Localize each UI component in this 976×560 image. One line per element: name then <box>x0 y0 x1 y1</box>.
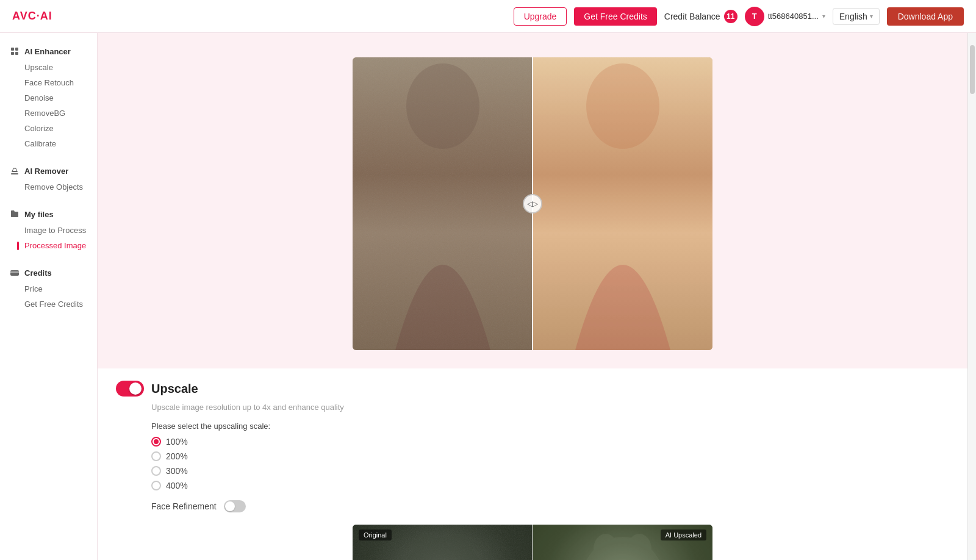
cat-badge-original: Original <box>359 529 392 540</box>
sidebar-item-price[interactable]: Price <box>0 281 97 296</box>
sidebar-item-processed-image[interactable]: Processed Image <box>0 238 97 253</box>
scale-300-label: 300% <box>166 466 188 476</box>
upscale-toggle[interactable] <box>116 381 144 397</box>
upgrade-button[interactable]: Upgrade <box>514 7 567 26</box>
original-panel <box>353 57 533 350</box>
svg-rect-3 <box>15 52 18 55</box>
processed-panel <box>533 57 712 350</box>
logo: AVC·AI <box>12 10 52 23</box>
upscale-description: Upscale image resolution up to 4x and en… <box>151 403 949 412</box>
sidebar-item-remove-objects[interactable]: Remove Objects <box>0 179 97 195</box>
comparison-section-1: ◁▷ <box>98 33 967 368</box>
credits-label: Credits <box>24 268 52 278</box>
ai-enhancer-label: AI Enhancer <box>24 47 71 56</box>
scale-option-100[interactable]: 100% <box>151 437 949 447</box>
avatar: T <box>745 7 764 26</box>
chevron-down-icon: ▾ <box>822 13 825 20</box>
radio-100-circle <box>151 437 161 447</box>
radio-200-circle <box>151 451 161 461</box>
face-refinement-row: Face Refinement <box>151 500 949 512</box>
face-refinement-label: Face Refinement <box>151 501 217 511</box>
sidebar-item-image-to-process[interactable]: Image to Process <box>0 223 97 238</box>
sidebar-item-upscale[interactable]: Upscale <box>0 60 97 75</box>
radio-400-circle <box>151 481 161 490</box>
get-free-credits-button[interactable]: Get Free Credits <box>574 7 656 26</box>
person-silhouette-left <box>353 57 533 350</box>
sidebar-item-colorize[interactable]: Colorize <box>0 121 97 136</box>
upscale-title: Upscale <box>151 382 198 396</box>
sidebar-item-removebg[interactable]: RemoveBG <box>0 106 97 121</box>
radio-100-dot <box>154 439 159 444</box>
face-refinement-thumb <box>225 501 235 511</box>
toggle-thumb <box>129 382 142 395</box>
sidebar-section-ai-enhancer: AI Enhancer Upscale Face Retouch Denoise… <box>0 43 97 151</box>
credit-balance-label: Credit Balance <box>664 12 720 21</box>
sidebar-section-title-ai-enhancer[interactable]: AI Enhancer <box>0 43 97 60</box>
credit-count: 11 <box>724 10 737 23</box>
header: AVC·AI Upgrade Get Free Credits Credit B… <box>0 0 976 33</box>
svg-rect-5 <box>10 270 19 276</box>
remover-icon <box>10 166 20 176</box>
sidebar-item-get-free-credits[interactable]: Get Free Credits <box>0 296 97 312</box>
scale-select-label: Please select the upscaling scale: <box>151 422 949 431</box>
scale-option-300[interactable]: 300% <box>151 466 949 476</box>
my-files-label: My files <box>24 210 54 219</box>
sidebar-item-calibrate[interactable]: Calibrate <box>0 136 97 151</box>
upscale-section: Upscale Upscale image resolution up to 4… <box>98 368 967 560</box>
scale-option-200[interactable]: 200% <box>151 451 949 461</box>
scale-100-label: 100% <box>166 437 188 447</box>
scrollbar-thumb[interactable] <box>970 45 975 94</box>
sidebar-item-face-retouch[interactable]: Face Retouch <box>0 75 97 90</box>
scale-400-label: 400% <box>166 481 188 490</box>
ai-remover-label: AI Remover <box>24 167 68 176</box>
main-content: ◁▷ Upscale Upscale image resolution up t… <box>98 33 967 560</box>
credits-icon <box>10 268 20 278</box>
face-refinement-toggle[interactable] <box>224 500 246 512</box>
svg-point-8 <box>406 63 479 149</box>
download-app-button[interactable]: Download App <box>887 7 964 26</box>
language-label: English <box>839 12 867 21</box>
svg-point-12 <box>414 534 438 560</box>
upscale-section-header: Upscale <box>116 381 949 397</box>
comparison-handle[interactable]: ◁▷ <box>523 194 542 214</box>
sidebar: AI Enhancer Upscale Face Retouch Denoise… <box>0 33 98 560</box>
sidebar-section-ai-remover: AI Remover Remove Objects <box>0 162 97 195</box>
cat-badge-processed: AI Upscaled <box>661 529 706 540</box>
sidebar-item-denoise[interactable]: Denoise <box>0 90 97 106</box>
user-id: tt568640851... <box>768 12 819 21</box>
sidebar-section-my-files: My files Image to Process Processed Imag… <box>0 206 97 253</box>
svg-rect-6 <box>10 271 19 273</box>
files-icon <box>10 209 20 219</box>
sidebar-section-title-my-files[interactable]: My files <box>0 206 97 223</box>
toggle-track <box>116 381 144 397</box>
scale-200-label: 200% <box>166 451 188 461</box>
sidebar-section-credits: Credits Price Get Free Credits <box>0 264 97 312</box>
svg-rect-0 <box>11 48 14 51</box>
scale-radio-group: 100% 200% 300% 400% <box>151 437 949 490</box>
svg-rect-1 <box>15 48 18 51</box>
comparison-section-2: Original AI Upscaled <box>116 525 949 560</box>
scrollbar[interactable] <box>967 33 976 560</box>
svg-point-11 <box>400 537 486 560</box>
enhancer-icon <box>10 46 20 56</box>
person-silhouette-right <box>533 57 712 350</box>
user-info[interactable]: T tt568640851... ▾ <box>745 7 825 26</box>
app-layout: AI Enhancer Upscale Face Retouch Denoise… <box>0 33 976 560</box>
scale-option-400[interactable]: 400% <box>151 481 949 490</box>
chevron-down-icon: ▾ <box>870 13 873 20</box>
sidebar-section-title-ai-remover[interactable]: AI Remover <box>0 162 97 179</box>
language-selector[interactable]: English ▾ <box>833 8 880 25</box>
svg-point-15 <box>594 534 618 560</box>
cat-divider <box>532 525 533 560</box>
svg-rect-4 <box>11 173 18 174</box>
cat-comparison-image[interactable]: Original AI Upscaled <box>353 525 712 560</box>
radio-300-circle <box>151 466 161 476</box>
credit-balance: Credit Balance 11 <box>664 10 737 23</box>
svg-point-9 <box>586 63 659 149</box>
svg-point-14 <box>580 537 666 560</box>
header-actions: Upgrade Get Free Credits Credit Balance … <box>514 7 964 26</box>
person-comparison-image[interactable]: ◁▷ <box>353 57 712 350</box>
svg-rect-2 <box>11 52 14 55</box>
sidebar-section-title-credits[interactable]: Credits <box>0 264 97 281</box>
